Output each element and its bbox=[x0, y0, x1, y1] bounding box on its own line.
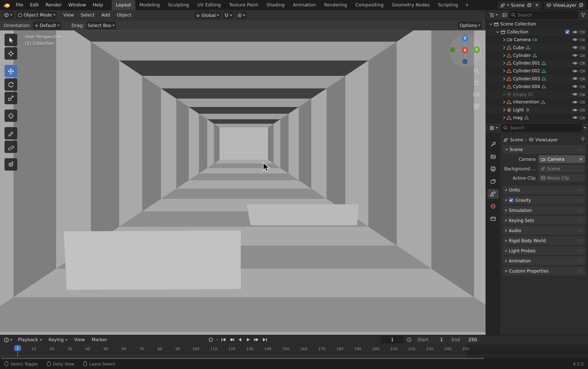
breadcrumb-scene[interactable]: Scene bbox=[510, 137, 523, 143]
outliner-item-name[interactable]: intervention bbox=[513, 100, 539, 105]
axis-x-ball[interactable]: X bbox=[462, 47, 468, 54]
outliner-display-mode-icon[interactable] bbox=[501, 12, 507, 18]
axis-z-ball[interactable]: Z bbox=[462, 35, 468, 41]
move-tool[interactable] bbox=[4, 65, 17, 77]
disable-in-renders-toggle[interactable] bbox=[579, 108, 586, 112]
panel-simulation[interactable]: Simulation bbox=[503, 206, 585, 215]
panel-grip-icon[interactable] bbox=[578, 239, 583, 242]
end-frame-field[interactable]: End 250 bbox=[449, 336, 480, 344]
properties-search-input[interactable] bbox=[501, 124, 582, 132]
workspace-tab-scripting[interactable]: Scripting bbox=[434, 0, 462, 10]
active-clip-property-field[interactable]: Movie Clip bbox=[538, 174, 585, 182]
axis-minus-z-ball[interactable] bbox=[462, 59, 468, 64]
panel-custom-properties[interactable]: Custom Properties bbox=[503, 266, 585, 275]
disable-in-renders-toggle[interactable] bbox=[579, 61, 586, 65]
unlink-scene-icon[interactable] bbox=[534, 2, 540, 8]
properties-tab-view-layer[interactable] bbox=[487, 176, 499, 186]
outliner-row-scene-collection[interactable]: Scene Collection bbox=[486, 20, 588, 28]
expand-right-icon[interactable] bbox=[502, 108, 505, 112]
gravity-checkbox[interactable] bbox=[509, 198, 513, 202]
add-cube-tool[interactable] bbox=[4, 158, 17, 171]
pan-view-button[interactable] bbox=[472, 78, 481, 87]
proportional-editing-toggle[interactable] bbox=[236, 11, 247, 19]
disable-in-renders-toggle[interactable] bbox=[579, 38, 586, 41]
expand-right-icon[interactable] bbox=[502, 85, 505, 88]
disable-in-renders-toggle[interactable] bbox=[579, 69, 586, 73]
expand-right-icon[interactable] bbox=[502, 77, 505, 81]
outliner-item-name[interactable]: Cylinder.003 bbox=[513, 76, 540, 81]
camera-view-button[interactable] bbox=[472, 90, 481, 99]
axis-y-ball[interactable]: Y bbox=[473, 46, 480, 53]
rotate-tool[interactable] bbox=[4, 78, 17, 91]
menu-help[interactable]: Help bbox=[89, 0, 106, 10]
cursor-tool[interactable] bbox=[4, 47, 17, 60]
disable-in-renders-toggle[interactable] bbox=[579, 100, 586, 104]
expand-down-icon[interactable] bbox=[496, 31, 500, 33]
properties-search[interactable] bbox=[501, 124, 582, 132]
play-reverse-button[interactable] bbox=[236, 336, 244, 343]
new-viewlayer-icon[interactable] bbox=[578, 2, 584, 8]
panel-audio[interactable]: Audio bbox=[503, 226, 585, 235]
auto-keying-chevron-icon[interactable] bbox=[216, 339, 218, 340]
disable-in-renders-toggle[interactable] bbox=[579, 30, 586, 34]
expand-right-icon[interactable] bbox=[502, 100, 505, 104]
menu-window[interactable]: Window bbox=[65, 0, 89, 10]
disable-in-renders-toggle[interactable] bbox=[579, 77, 586, 81]
camera-clear-icon[interactable]: ✕ bbox=[579, 156, 583, 162]
hide-in-viewport-toggle[interactable] bbox=[571, 53, 579, 57]
transform-tool[interactable] bbox=[4, 110, 17, 122]
collection-checkbox[interactable] bbox=[564, 30, 571, 34]
menu-edit[interactable]: Edit bbox=[27, 0, 42, 10]
outliner-item-name[interactable]: mag bbox=[513, 115, 523, 120]
outliner-item-name[interactable]: Cylinder.001 bbox=[513, 61, 540, 66]
new-scene-icon[interactable] bbox=[526, 2, 532, 8]
panel-grip-icon[interactable] bbox=[578, 209, 583, 212]
axis-minus-y-ball[interactable] bbox=[450, 47, 455, 52]
outliner-item-name[interactable]: Collection bbox=[507, 29, 528, 35]
next-keyframe-button[interactable] bbox=[253, 336, 260, 343]
viewlayer-selector[interactable]: ViewLayer bbox=[544, 1, 586, 9]
outliner-row-cube[interactable]: Cube bbox=[486, 43, 588, 51]
navigation-gizmo[interactable]: Z Y X bbox=[449, 35, 481, 67]
drag-dropdown[interactable]: Select Box bbox=[86, 21, 116, 29]
workspace-tab-animation[interactable]: Animation bbox=[289, 0, 320, 10]
timeline-scrollbar-thumb[interactable] bbox=[1, 358, 484, 359]
add-workspace-button[interactable]: + bbox=[462, 0, 472, 10]
transform-orientation-dropdown[interactable]: Global bbox=[194, 11, 221, 19]
hide-in-viewport-toggle[interactable] bbox=[571, 38, 579, 42]
panel-rigid-body-world[interactable]: Rigid Body World bbox=[503, 236, 585, 245]
scene-name[interactable]: Scene bbox=[511, 2, 525, 8]
properties-tab-scene[interactable] bbox=[487, 189, 499, 199]
select-box-tool[interactable] bbox=[4, 34, 17, 46]
pin-id-icon[interactable] bbox=[581, 137, 585, 143]
timeline-menu-keying[interactable]: Keying bbox=[45, 335, 71, 345]
timeline-track[interactable] bbox=[0, 354, 588, 357]
playhead-frame-badge[interactable]: 1 bbox=[14, 345, 21, 351]
outliner-row-cylinder-002[interactable]: Cylinder.002 bbox=[486, 67, 588, 75]
outliner-editor-type-button[interactable] bbox=[488, 11, 500, 19]
outliner-row-collection[interactable]: Collection bbox=[486, 28, 588, 36]
outliner-item-name[interactable]: Light bbox=[513, 107, 524, 113]
outliner-item-name[interactable]: Cylinder.004 bbox=[513, 84, 540, 89]
current-frame-field[interactable]: 1 bbox=[381, 336, 404, 344]
outliner-item-name[interactable]: Camera bbox=[514, 37, 531, 42]
panel-grip-icon[interactable] bbox=[578, 249, 583, 252]
menu-file[interactable]: File bbox=[12, 0, 27, 10]
properties-tab-tool[interactable] bbox=[487, 139, 499, 149]
workspace-tab-uv-editing[interactable]: UV Editing bbox=[193, 0, 225, 10]
outliner-row-empty[interactable]: Empty bbox=[486, 90, 588, 98]
panel-grip-icon[interactable] bbox=[578, 198, 583, 201]
timeline-ruler[interactable]: 1020304050607080901001101201301401501601… bbox=[0, 345, 588, 354]
timeline-menu-view[interactable]: View bbox=[71, 335, 88, 345]
snap-toggle[interactable] bbox=[223, 11, 234, 19]
jump-to-start-button[interactable] bbox=[220, 336, 227, 343]
panel-light-probes[interactable]: Light Probes bbox=[503, 246, 585, 255]
hide-in-viewport-toggle[interactable] bbox=[571, 77, 579, 81]
panel-grip-icon[interactable] bbox=[578, 259, 583, 262]
measure-tool[interactable] bbox=[4, 141, 17, 153]
outliner-item-name[interactable]: Cylinder.002 bbox=[513, 68, 540, 73]
expand-right-icon[interactable] bbox=[502, 38, 505, 41]
outliner-row-cylinder[interactable]: Cylinder bbox=[486, 51, 588, 59]
outliner-row-cylinder-004[interactable]: Cylinder.004 bbox=[486, 83, 588, 90]
zoom-view-button[interactable] bbox=[472, 66, 481, 75]
